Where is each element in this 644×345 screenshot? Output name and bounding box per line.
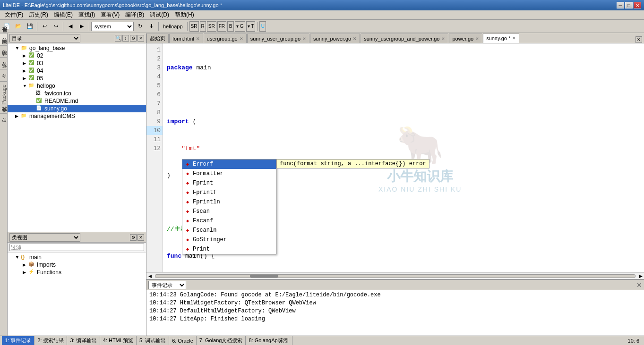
vtab-icons[interactable]: 2: 图标: [0, 45, 7, 57]
ac-icon-fscanln: ◆: [184, 227, 191, 234]
h-scrollbar[interactable]: ◀ ▶: [146, 272, 644, 279]
tab-sunnyugap[interactable]: sunny_usergroup_and_power.go ✕: [361, 34, 448, 43]
scroll-right-btn[interactable]: ▶: [637, 274, 644, 278]
directory-combo[interactable]: 目录: [9, 34, 80, 42]
tab-sunnypower[interactable]: sunny_power.go ✕: [310, 34, 360, 43]
tab-sunnygo[interactable]: sunny.go * ✕: [483, 34, 519, 43]
vtab-sym[interactable]: 4: 符: [0, 69, 7, 81]
undo-button[interactable]: ↩: [39, 21, 50, 32]
tree-item-go-lang-base[interactable]: ▼ 📁 go_lang_base: [8, 44, 146, 52]
bottom-close-button[interactable]: ✕: [636, 281, 642, 289]
tree-item-05[interactable]: ▶ ✅ 05: [8, 75, 146, 82]
open-button[interactable]: 📂: [13, 21, 24, 32]
minimize-button[interactable]: ─: [617, 2, 624, 8]
build-btn-b[interactable]: B: [227, 21, 234, 32]
tree-item-04[interactable]: ▶ ✅ 04: [8, 67, 146, 75]
log-type-combo[interactable]: 事件记录: [148, 281, 186, 289]
menu-debug[interactable]: 调试(D): [147, 10, 172, 19]
tree-item-hellogo[interactable]: ▼ 📁 hellogo: [8, 82, 146, 90]
status-debug[interactable]: 5: 调试输出: [137, 336, 169, 345]
ac-item-fscan[interactable]: ◆ Fscan: [182, 207, 276, 216]
get-button[interactable]: ⬇: [146, 21, 156, 32]
menu-build[interactable]: 编译(B): [122, 10, 147, 19]
vtab-struct[interactable]: 3: 结: [0, 57, 7, 69]
status-golang-api[interactable]: 8: GolangApi索引: [246, 336, 292, 345]
tab-usergroup-close[interactable]: ✕: [240, 36, 243, 41]
settings-button[interactable]: ⚙: [130, 35, 137, 42]
h-scroll-thumb[interactable]: [250, 275, 278, 278]
ac-item-fscanf[interactable]: ◆ Fscanf: [182, 216, 276, 226]
tab-sunnyusergroup-close[interactable]: ✕: [302, 36, 306, 41]
status-oracle[interactable]: 6: Oracle: [169, 336, 197, 345]
status-events[interactable]: 1: 事件记录: [2, 336, 34, 345]
class-tree-functions[interactable]: ▶ ⚡ Functions: [8, 269, 146, 276]
tab-power-close[interactable]: ✕: [475, 36, 479, 41]
vtab-directory[interactable]: 1: 目录: [0, 33, 7, 45]
ac-item-fscanln[interactable]: ◆ Fscanln: [182, 226, 276, 235]
new-button[interactable]: 📄: [2, 21, 12, 32]
close-button[interactable]: ✕: [634, 2, 641, 8]
class-view-combo[interactable]: 类视图: [9, 233, 80, 242]
status-compile[interactable]: 3: 编译输出: [67, 336, 100, 345]
system-combo[interactable]: system: [91, 22, 134, 31]
menu-file[interactable]: 文件(F): [2, 10, 26, 19]
forward-button[interactable]: ▶: [77, 21, 87, 32]
menu-edit[interactable]: 编辑(E): [51, 10, 76, 19]
tree-item-sunnygo[interactable]: ▶ 📄 sunny.go: [8, 105, 146, 112]
build-btn-sr2[interactable]: SR: [207, 21, 216, 32]
vtab-files[interactable]: 6: 文件夹: [0, 113, 7, 125]
tree-item-mgmt[interactable]: ▶ 📁 managementCMS: [8, 112, 146, 120]
build-btn-t[interactable]: ▾ T: [246, 21, 256, 32]
menu-find[interactable]: 查找(I): [76, 10, 98, 19]
tab-power[interactable]: power.go ✕: [449, 34, 482, 43]
ac-item-fprint[interactable]: ◆ Fprint: [182, 178, 276, 188]
save-button[interactable]: 💾: [25, 21, 35, 32]
build-btn-sr[interactable]: SR: [189, 21, 199, 32]
tab-sunnyugap-close[interactable]: ✕: [441, 36, 445, 41]
build-btn-g[interactable]: ▾ G: [235, 21, 245, 32]
menu-help[interactable]: 帮助(H): [172, 10, 197, 19]
ac-item-errorf[interactable]: ◆ Errorf: [182, 160, 276, 169]
tree-item-readme[interactable]: ▶ ✅ README.md: [8, 97, 146, 105]
scroll-left-btn[interactable]: ◀: [146, 274, 153, 278]
refresh-button[interactable]: ↻: [135, 21, 145, 32]
tree-item-02[interactable]: ▶ ✅ 02: [8, 52, 146, 59]
env-button[interactable]: helloapp: [161, 21, 185, 32]
class-filter-button[interactable]: ⚙: [130, 234, 137, 241]
h-scroll-track[interactable]: [155, 274, 635, 278]
ac-item-print[interactable]: ◆ Print: [182, 244, 276, 254]
build-btn-fr[interactable]: FR: [217, 21, 226, 32]
tab-sunnyusergroup[interactable]: sunny_user_group.go ✕: [247, 34, 309, 43]
menu-history[interactable]: 历史(R): [26, 10, 51, 19]
tree-item-03[interactable]: ▶ ✅ 03: [8, 59, 146, 67]
build-btn-u[interactable]: U: [259, 21, 266, 32]
ac-item-gostringer[interactable]: ◆ GoStringer: [182, 235, 276, 244]
filter-button[interactable]: 🔍: [115, 35, 121, 42]
status-html[interactable]: 4: HTML预览: [100, 336, 137, 345]
status-search[interactable]: 2: 搜索结果: [34, 336, 67, 345]
ac-item-fprintf[interactable]: ◆ Fprintf: [182, 188, 276, 197]
vtab-pkg[interactable]: 5: Package: [0, 81, 7, 113]
tab-formhtml[interactable]: form.html ✕: [169, 34, 203, 43]
class-tree-imports[interactable]: ▶ 📦 Imports: [8, 261, 146, 269]
redo-button[interactable]: ↪: [51, 21, 61, 32]
tab-startpage[interactable]: 起始页: [146, 34, 169, 43]
build-btn-r[interactable]: R: [200, 21, 206, 32]
filter-input[interactable]: [9, 244, 144, 251]
status-golang-docs[interactable]: 7: Golang文档搜索: [197, 336, 246, 345]
tab-usergroup[interactable]: usergroup.go ✕: [204, 34, 247, 43]
ac-item-fprintln[interactable]: ◆ Fprintln: [182, 197, 276, 207]
class-close-button[interactable]: ✕: [137, 234, 144, 241]
tab-sunnygo-close[interactable]: ✕: [512, 36, 516, 41]
sync-button[interactable]: ↕: [122, 35, 129, 42]
maximize-button[interactable]: □: [625, 2, 633, 8]
tab-close-all[interactable]: ✕: [635, 36, 642, 43]
back-button[interactable]: ◀: [65, 21, 76, 32]
tree-item-favicon[interactable]: ▶ 🖼 favicon.ico: [8, 90, 146, 97]
close-panel-button[interactable]: ✕: [137, 35, 144, 42]
tab-sunnypower-close[interactable]: ✕: [353, 36, 357, 41]
menu-view[interactable]: 查看(V): [98, 10, 122, 19]
ac-item-formatter[interactable]: ◆ Formatter: [182, 169, 276, 178]
tab-formhtml-close[interactable]: ✕: [196, 36, 200, 41]
class-tree-main[interactable]: ▼ {} main: [8, 253, 146, 261]
